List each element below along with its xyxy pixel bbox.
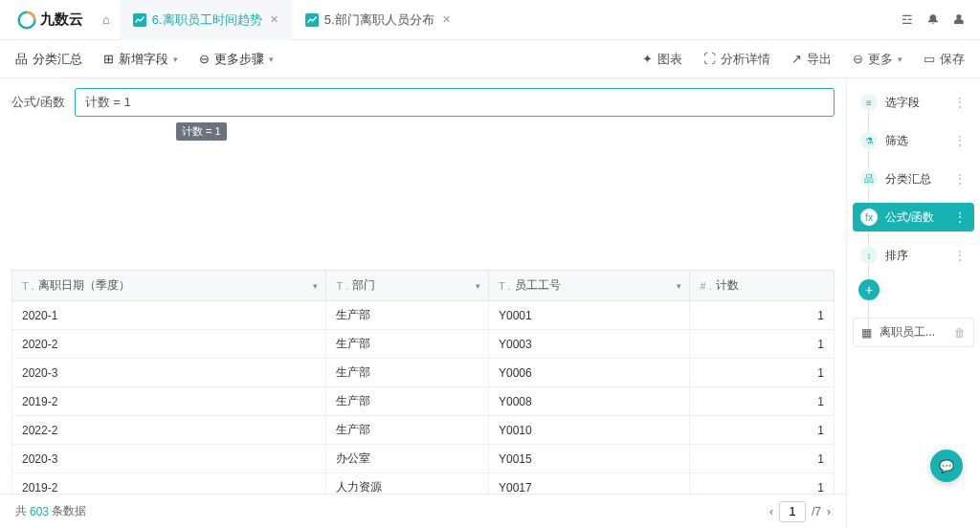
tab-0[interactable]: 6.离职员工时间趋势 ✕ [120,0,292,40]
user-icon[interactable]: 👤︎ [952,12,965,27]
table-row[interactable]: 2020-3办公室Y00151 [12,445,835,473]
pager-count: 603 [30,505,49,518]
brand-logo: 九数云 [8,11,93,30]
save-button[interactable]: ▭保存 [924,51,965,68]
step-1[interactable]: ⚗筛选⋮ [853,126,974,155]
pager-next[interactable]: › [827,505,831,518]
chart-button[interactable]: ✦图表 [642,51,682,68]
step-0[interactable]: ≡选字段⋮ [853,88,974,117]
formula-tooltip: 计数 = 1 [176,122,227,141]
step-4[interactable]: ↕排序⋮ [853,241,974,270]
chart-icon [133,13,146,27]
table-row[interactable]: 2020-2生产部Y00031 [12,330,835,359]
formula-label: 公式/函数 [11,94,65,111]
table-row[interactable]: 2020-1生产部Y00011 [12,301,835,330]
table-row[interactable]: 2019-2生产部Y00081 [12,387,835,416]
pager-suffix: 条数据 [52,503,86,519]
table-row[interactable]: 2022-2生产部Y00101 [12,416,835,445]
more-steps-button[interactable]: ⊖更多步骤▾ [199,51,274,68]
brand-name: 九数云 [40,11,83,29]
tab-0-label: 6.离职员工时间趋势 [152,11,262,29]
home-icon[interactable]: ⌂ [93,5,120,34]
close-icon[interactable]: ✕ [442,13,451,26]
tab-1[interactable]: 5.部门离职人员分布 ✕ [292,0,464,40]
more-button[interactable]: ⊖更多▾ [853,51,902,68]
add-field-button[interactable]: ⊞新增字段▾ [103,51,178,68]
help-fab[interactable]: 💬 [930,450,963,482]
chart-icon [305,13,319,27]
tab-1-label: 5.部门离职人员分布 [324,11,434,29]
output-node[interactable]: ▦ 离职员工... 🗑 [853,318,974,347]
data-table: T .离职日期（季度）▾T .部门▾T .员工工号▾# .计数 2020-1生产… [11,270,835,494]
col-header-2[interactable]: T .员工工号▾ [489,271,690,301]
group-button[interactable]: 品分类汇总 [15,51,82,68]
step-2[interactable]: 品分类汇总⋮ [853,165,974,193]
analysis-button[interactable]: ⛶分析详情 [703,51,770,68]
table-row[interactable]: 2019-2人力资源Y00171 [12,473,835,495]
close-icon[interactable]: ✕ [270,13,278,26]
table-row[interactable]: 2020-3生产部Y00061 [12,359,835,387]
delete-icon[interactable]: 🗑 [954,326,966,340]
formula-input[interactable]: 计数 = 1 [75,88,835,117]
pager-page-input[interactable] [779,501,806,522]
add-step-button[interactable]: + [858,279,880,300]
pager-prefix: 共 [15,503,27,519]
table-icon: ▦ [861,326,872,340]
col-header-0[interactable]: T .离职日期（季度）▾ [12,271,326,301]
bell-icon[interactable]: 🔔︎ [926,12,939,27]
col-header-1[interactable]: T .部门▾ [326,271,489,301]
list-icon[interactable]: ☲ [902,12,913,27]
export-button[interactable]: ↗导出 [791,51,832,68]
col-header-3[interactable]: # .计数 [690,271,835,301]
pager-total: /7 [812,505,821,518]
step-3[interactable]: fx公式/函数⋮ [853,203,974,231]
pager-prev[interactable]: ‹ [769,505,773,518]
